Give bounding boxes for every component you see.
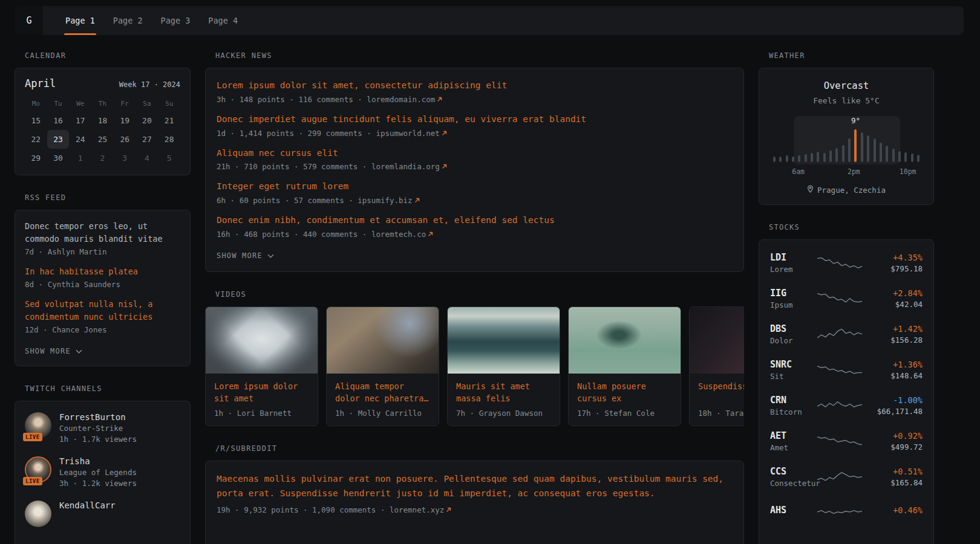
video-title[interactable]: Mauris sit amet massa felis	[456, 380, 551, 405]
weather-location-text: Prague, Czechia	[817, 186, 886, 195]
calendar-day: 2	[91, 149, 114, 167]
app-logo[interactable]: G	[15, 6, 43, 35]
weather-bar	[842, 145, 844, 162]
channel-name[interactable]: ForrestBurton	[59, 412, 137, 422]
stock-price: $156.28	[863, 335, 923, 345]
rss-item[interactable]: Donec tempor eros leo, ut commodo mauris…	[25, 220, 180, 256]
rss-section-title: RSS FEED	[25, 193, 191, 202]
channel-info: ForrestBurton Counter-Strike 1h · 1.7k v…	[59, 412, 137, 444]
story-meta: 16h · 468 points · 440 comments · loremt…	[217, 230, 733, 239]
weather-bar	[886, 146, 888, 162]
dashboard-content: CALENDAR April Week 17 · 2024 MoTuWeThFr…	[15, 51, 980, 544]
stock-info: SNRC Sit	[770, 359, 817, 381]
rss-item-title[interactable]: Donec tempor eros leo, ut commodo mauris…	[25, 220, 180, 245]
rss-item-title[interactable]: In hac habitasse platea	[25, 265, 180, 278]
story-title[interactable]: Aliquam nec cursus elit	[217, 147, 733, 160]
video-card[interactable]: Lorem ipsum dolor sit amet consectetu… 1…	[205, 306, 318, 426]
stock-change: +0.92%	[863, 431, 923, 441]
page-tabs: Page 1 Page 2 Page 3 Page 4	[56, 6, 247, 35]
twitch-channel[interactable]: KendallCarr	[25, 500, 180, 527]
tab-page-1[interactable]: Page 1	[56, 6, 104, 35]
rss-section: RSS FEED Donec tempor eros leo, ut commo…	[15, 193, 191, 366]
video-meta: 18h · Tara	[698, 409, 744, 418]
story-title[interactable]: Lorem ipsum dolor sit amet, consectetur …	[217, 79, 733, 92]
stock-name: Consectetur	[770, 479, 817, 488]
post-domain[interactable]: loremnet.xyz	[390, 505, 444, 514]
chevron-down-icon	[76, 347, 82, 355]
weather-bar	[786, 155, 788, 162]
tab-page-4[interactable]: Page 4	[199, 6, 247, 35]
video-title[interactable]: Suspendisse diam	[698, 380, 744, 405]
rss-item[interactable]: Sed volutpat nulla nisl, a condimentum n…	[25, 298, 180, 334]
video-card[interactable]: Suspendisse diam 18h · Tara	[689, 306, 744, 426]
calendar-dow-label: Sa	[136, 96, 158, 111]
stock-row: AET Amet +0.92% $499.72	[770, 423, 923, 459]
twitch-channel[interactable]: LIVE Trisha League of Legends 3h · 1.2k …	[25, 456, 180, 488]
stock-info: IIG Ipsum	[770, 288, 817, 309]
stock-values: +0.46%	[863, 505, 923, 517]
story-domain[interactable]: ipsumworld.net	[376, 129, 439, 138]
story-domain[interactable]: ipsumify.biz	[358, 196, 412, 205]
video-info: Aliquam tempor dolor nec pharetra… 1h · …	[327, 374, 439, 426]
story-meta: 1d · 1,414 points · 299 comments · ipsum…	[217, 129, 733, 138]
weather-bars: 9°	[773, 129, 920, 162]
stock-values: -1.00% $66,171.48	[863, 395, 923, 416]
weather-bar	[848, 138, 851, 162]
right-column: WEATHER Overcast Feels like 5°C 9° 6am 2…	[759, 51, 934, 544]
stock-sparkline	[817, 467, 863, 487]
twitch-channel[interactable]: LIVE ForrestBurton Counter-Strike 1h · 1…	[25, 412, 180, 444]
rss-item-meta: 12d · Chance Jones	[25, 325, 180, 334]
video-thumbnail	[327, 307, 439, 374]
video-title[interactable]: Lorem ipsum dolor sit amet consectetu…	[214, 380, 309, 405]
hackernews-show-more-button[interactable]: SHOW MORE	[217, 251, 274, 260]
video-card[interactable]: Nullam posuere cursus ex 17h · Stefan Co…	[568, 306, 681, 426]
weather-time-axis: 6am 2pm 10pm	[771, 167, 921, 176]
video-title[interactable]: Aliquam tempor dolor nec pharetra…	[335, 380, 430, 405]
calendar-day: 26	[114, 130, 136, 149]
stock-change: +1.36%	[863, 360, 923, 369]
middle-column: HACKER NEWS Lorem ipsum dolor sit amet, …	[205, 51, 744, 544]
video-card[interactable]: Aliquam tempor dolor nec pharetra… 1h · …	[326, 306, 439, 426]
channel-name[interactable]: Trisha	[59, 456, 137, 466]
channel-name[interactable]: KendallCarr	[59, 500, 116, 510]
stock-values: +4.35% $795.18	[863, 253, 923, 273]
external-link-icon	[414, 196, 420, 205]
rss-item[interactable]: In hac habitasse platea 8d · Cynthia Sau…	[25, 265, 180, 289]
video-card[interactable]: Mauris sit amet massa felis 7h · Grayson…	[447, 306, 560, 426]
story-domain[interactable]: loremtech.co	[371, 230, 426, 239]
rss-show-more-button[interactable]: SHOW MORE	[25, 347, 82, 355]
weather-section: WEATHER Overcast Feels like 5°C 9° 6am 2…	[759, 51, 934, 205]
twitch-widget: LIVE ForrestBurton Counter-Strike 1h · 1…	[15, 401, 191, 544]
rss-item-title[interactable]: Sed volutpat nulla nisl, a condimentum n…	[25, 298, 180, 323]
stock-change: +0.46%	[863, 505, 923, 515]
post-meta: 19h · 9,932 points · 1,090 comments · lo…	[217, 505, 733, 514]
tab-page-3[interactable]: Page 3	[152, 6, 200, 35]
channel-game: Counter-Strike	[59, 424, 137, 433]
story-item: Donec imperdiet augue tincidunt felis al…	[217, 113, 733, 138]
stock-row: AHS +0.46%	[770, 494, 923, 528]
weather-bar	[829, 151, 832, 162]
stocks-widget: LDI Lorem +4.35% $795.18 IIG Ipsum	[759, 239, 934, 544]
video-thumbnail	[690, 307, 744, 374]
video-title[interactable]: Nullam posuere cursus ex	[577, 380, 672, 405]
story-title[interactable]: Integer eget rutrum lorem	[217, 180, 733, 193]
left-column: CALENDAR April Week 17 · 2024 MoTuWeThFr…	[15, 51, 191, 544]
tab-page-2[interactable]: Page 2	[104, 6, 152, 35]
video-meta: 1h · Molly Carrillo	[335, 409, 430, 418]
channel-avatar: LIVE	[25, 412, 51, 439]
story-title[interactable]: Donec imperdiet augue tincidunt felis al…	[217, 113, 733, 126]
videos-section-title: VIDEOS	[215, 290, 744, 299]
weather-condition: Overcast	[770, 80, 923, 91]
post-title[interactable]: Maecenas mollis pulvinar erat non posuer…	[217, 472, 733, 501]
story-title[interactable]: Donec enim nibh, condimentum et accumsan…	[217, 214, 733, 227]
story-domain[interactable]: loremlandia.org	[371, 162, 440, 171]
chevron-down-icon	[267, 251, 274, 260]
calendar-day: 5	[158, 149, 180, 167]
story-domain[interactable]: loremdomain.com	[367, 95, 435, 104]
story-meta-text: 21h · 710 points · 579 comments ·	[217, 162, 371, 171]
calendar-day: 3	[114, 149, 136, 167]
subreddit-section: /R/SUBREDDIT Maecenas mollis pulvinar er…	[205, 444, 744, 544]
channel-game: League of Legends	[59, 468, 137, 477]
topbar: G Page 1 Page 2 Page 3 Page 4	[15, 6, 964, 35]
stock-info: AET Amet	[770, 430, 817, 452]
